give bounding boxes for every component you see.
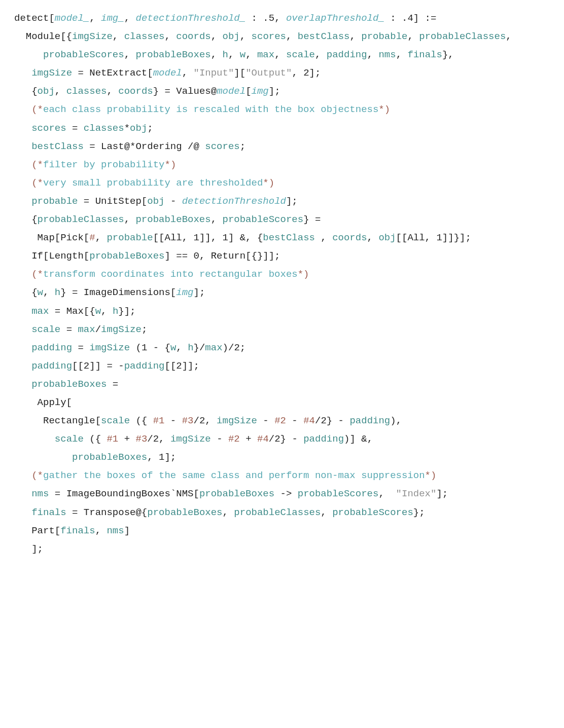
token: coords — [176, 31, 210, 42]
token: *) — [298, 269, 309, 280]
token: probable — [31, 196, 78, 207]
token: , — [367, 232, 379, 243]
token: Map[Pick[ — [14, 232, 89, 243]
token: )/2; — [223, 342, 246, 353]
token — [14, 49, 43, 60]
token: probableClasses — [419, 31, 506, 42]
token: img — [252, 86, 269, 97]
token: detect[ — [14, 13, 55, 24]
token: w — [38, 287, 43, 298]
token: = UnitStep[ — [78, 196, 147, 207]
token — [14, 104, 31, 115]
token: *) — [425, 470, 437, 481]
token: ] == 0, Return[{}]]; — [164, 250, 280, 262]
token: , — [113, 31, 124, 42]
token: ]; — [436, 488, 448, 499]
token: w — [170, 342, 176, 353]
token: each class probability is rescaled with … — [43, 104, 378, 115]
token: img — [176, 287, 193, 298]
token: (* — [31, 269, 43, 280]
token: [[2]]; — [165, 360, 199, 372]
token: , — [43, 287, 55, 298]
token — [14, 470, 31, 481]
token: -> — [274, 488, 298, 499]
token: imgSize — [170, 433, 211, 445]
token: = — [60, 324, 78, 335]
token: obj — [223, 31, 240, 42]
token: }/ — [194, 342, 205, 353]
token: , — [349, 31, 361, 42]
token: )] &, — [344, 433, 378, 445]
token: , — [124, 13, 136, 24]
token: (* — [31, 470, 43, 481]
token: { — [14, 287, 38, 298]
token: padding — [303, 433, 344, 445]
token — [14, 177, 31, 189]
token: + — [118, 433, 135, 445]
token: scores — [205, 141, 239, 152]
token: , — [95, 232, 107, 243]
token: obj — [147, 196, 164, 207]
token: scale — [55, 433, 84, 445]
token — [14, 507, 31, 518]
token: , — [211, 31, 223, 42]
code-line: (*filter by probability*) — [14, 156, 564, 174]
token: , — [378, 488, 396, 499]
token: #4 — [303, 415, 315, 426]
token: = ImageBoundingBoxes`NMS[ — [49, 488, 199, 499]
token: nms — [31, 488, 49, 499]
token: probableScores — [298, 488, 379, 499]
token: finals — [407, 49, 442, 60]
code-line: Part[finals, nms] — [14, 522, 564, 540]
token: , — [165, 31, 177, 42]
token: nms — [378, 49, 396, 60]
token: (* — [31, 159, 43, 170]
token: , — [321, 507, 332, 518]
token: ({ — [84, 433, 107, 445]
token: - — [164, 415, 182, 426]
token: imgSize — [72, 31, 113, 42]
token: very small probability are thresholded — [43, 177, 263, 189]
token: - — [257, 415, 274, 426]
token: model — [217, 86, 245, 97]
token: probable — [361, 31, 407, 42]
code-line: probable = UnitStep[obj - detectionThres… — [14, 192, 564, 210]
token — [14, 433, 55, 445]
token: * — [124, 123, 130, 134]
token: , — [315, 232, 332, 243]
token: , — [107, 86, 118, 97]
code-line: nms = ImageBoundingBoxes`NMS[probableBox… — [14, 485, 564, 503]
token: #2 — [228, 433, 240, 445]
token: probableBoxes — [147, 507, 222, 518]
code-line: padding = imgSize (1 - {w, h}/max)/2; — [14, 339, 564, 357]
token: , — [396, 49, 408, 60]
code-line: {w, h} = ImageDimensions[img]; — [14, 283, 564, 302]
token: ]; — [286, 196, 298, 207]
token: , 1]; — [147, 452, 176, 463]
token: bestClass — [31, 141, 84, 152]
code-line: scale = max/imgSize; — [14, 320, 564, 339]
token: }]; — [118, 306, 135, 317]
token: , — [176, 342, 188, 353]
token: ]; — [194, 287, 205, 298]
token: #1 — [107, 433, 118, 445]
token: max — [31, 306, 49, 317]
token — [14, 342, 31, 353]
token: } = ImageDimensions[ — [60, 287, 176, 298]
token: probableBoxes — [135, 214, 210, 225]
token: obj — [130, 123, 147, 134]
token: *) — [263, 177, 274, 189]
token: - — [286, 415, 303, 426]
code-line: Rectangle[scale ({ #1 - #3/2, imgSize - … — [14, 412, 564, 430]
token: = — [107, 379, 124, 390]
token — [14, 141, 31, 152]
token: , 2]; — [292, 67, 321, 79]
token: }, — [442, 49, 454, 60]
token: max — [257, 49, 274, 60]
token: [[All, 1]]}]; — [396, 232, 471, 243]
code-line: (*each class probability is rescaled wit… — [14, 100, 564, 119]
token — [14, 306, 31, 317]
token: obj — [38, 86, 55, 97]
token: ]; — [269, 86, 280, 97]
token: probableBoxes — [135, 49, 210, 60]
